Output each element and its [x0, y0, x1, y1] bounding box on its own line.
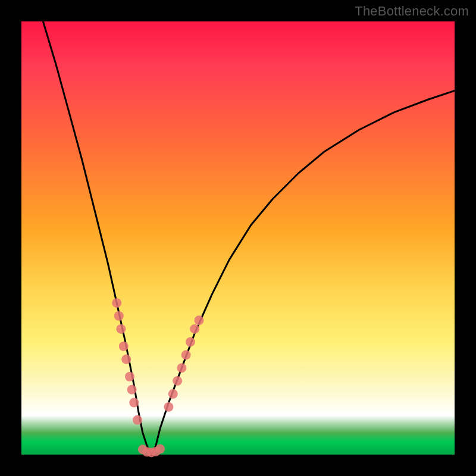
plot-area [21, 21, 455, 455]
sample-dot [195, 315, 204, 325]
bottleneck-curve [43, 21, 455, 455]
sample-dot [114, 311, 124, 321]
sample-dot [164, 402, 174, 412]
sample-dot [190, 324, 199, 334]
sample-dot [155, 444, 165, 454]
watermark-text: TheBottleneck.com [355, 4, 469, 19]
sample-dot [121, 355, 131, 364]
sample-dot [177, 363, 186, 372]
sample-dot [133, 415, 142, 425]
sample-dot [186, 337, 195, 347]
sample-dot [129, 398, 139, 408]
sample-dot [127, 385, 137, 394]
sample-dot [181, 350, 191, 360]
chart-frame: TheBottleneck.com [0, 0, 476, 476]
sample-dot [119, 342, 129, 351]
sample-dot [168, 389, 178, 399]
sample-dot [125, 372, 134, 381]
curve-svg [21, 21, 455, 455]
sample-dot [173, 376, 182, 386]
sample-dot [116, 324, 126, 334]
sample-dot [112, 298, 121, 308]
sample-dots [112, 298, 203, 457]
